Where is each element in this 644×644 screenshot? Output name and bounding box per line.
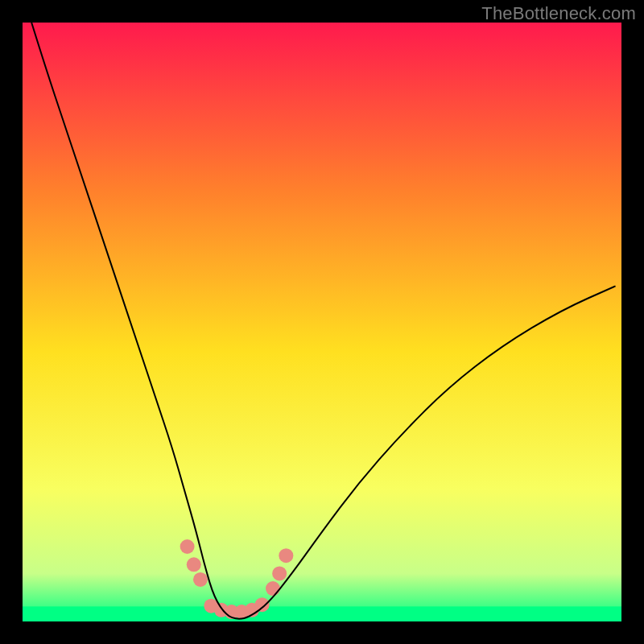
marker-dot [279,548,293,563]
marker-dot [272,566,287,580]
marker-dot [187,557,201,572]
green-baseline-strip [23,606,621,621]
watermark-text: TheBottleneck.com [481,3,636,24]
plot-svg [23,23,621,621]
marker-dot [266,581,280,596]
marker-dot [255,597,270,612]
chart-frame: TheBottleneck.com [0,0,644,644]
marker-dot [193,572,208,587]
plot-area [23,23,621,621]
marker-dot [180,539,195,554]
